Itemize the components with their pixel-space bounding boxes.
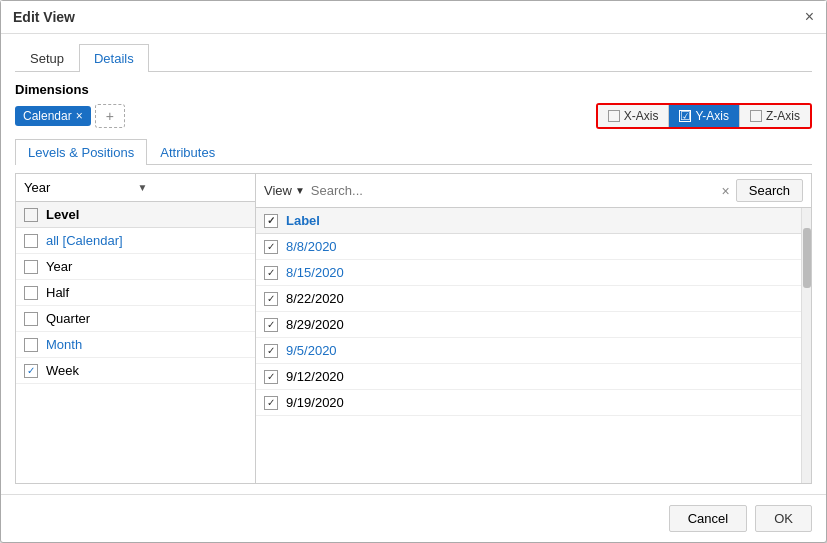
close-button[interactable]: × <box>805 9 814 25</box>
label-header-row: Label <box>256 208 801 234</box>
level-checkbox-5[interactable] <box>24 364 38 378</box>
sub-tab-attributes[interactable]: Attributes <box>147 139 228 165</box>
label-value-3: 8/29/2020 <box>286 317 344 332</box>
level-checkbox-0[interactable] <box>24 234 38 248</box>
label-value-1: 8/15/2020 <box>286 265 344 280</box>
label-checkbox-1[interactable] <box>264 266 278 280</box>
y-axis-button[interactable]: ☑ Y-Axis <box>669 105 740 127</box>
calendar-tag-label: Calendar <box>23 109 72 123</box>
level-row: Week <box>16 358 255 384</box>
dimensions-left: Calendar × + <box>15 104 125 128</box>
main-tabs: Setup Details <box>15 44 812 72</box>
y-axis-checkbox: ☑ <box>679 110 691 122</box>
level-header-checkbox[interactable] <box>24 208 38 222</box>
z-axis-label: Z-Axis <box>766 109 800 123</box>
clear-search-button[interactable]: × <box>722 183 730 199</box>
level-label-2: Half <box>46 285 69 300</box>
label-row: 8/15/2020 <box>256 260 801 286</box>
level-label-5: Week <box>46 363 79 378</box>
z-axis-button[interactable]: Z-Axis <box>740 105 810 127</box>
label-checkbox-2[interactable] <box>264 292 278 306</box>
search-bar: View ▼ × Search <box>256 174 811 208</box>
label-checkbox-6[interactable] <box>264 396 278 410</box>
label-value-5: 9/12/2020 <box>286 369 344 384</box>
tab-details[interactable]: Details <box>79 44 149 72</box>
level-row: Half <box>16 280 255 306</box>
ok-button[interactable]: OK <box>755 505 812 532</box>
edit-view-dialog: Edit View × Setup Details Dimensions Cal… <box>0 0 827 543</box>
label-value-6: 9/19/2020 <box>286 395 344 410</box>
level-label-4: Month <box>46 337 82 352</box>
level-checkbox-4[interactable] <box>24 338 38 352</box>
dialog-title: Edit View <box>13 9 75 25</box>
label-checkbox-4[interactable] <box>264 344 278 358</box>
level-label-1: Year <box>46 259 72 274</box>
cancel-button[interactable]: Cancel <box>669 505 747 532</box>
left-panel: Year ▼ Level all [Calendar] <box>16 174 256 483</box>
label-row: 9/5/2020 <box>256 338 801 364</box>
level-label-3: Quarter <box>46 311 90 326</box>
level-table: Level all [Calendar] Year Half <box>16 202 255 483</box>
label-checkbox-5[interactable] <box>264 370 278 384</box>
sub-tabs: Levels & Positions Attributes <box>15 139 812 165</box>
level-row: all [Calendar] <box>16 228 255 254</box>
label-header-checkbox[interactable] <box>264 214 278 228</box>
x-axis-button[interactable]: X-Axis <box>598 105 670 127</box>
label-row: 9/19/2020 <box>256 390 801 416</box>
year-dropdown-label: Year <box>24 180 134 195</box>
year-dropdown-chevron: ▼ <box>138 182 248 193</box>
scrollbar-track[interactable] <box>801 208 811 483</box>
label-value-2: 8/22/2020 <box>286 291 344 306</box>
level-label-0: all [Calendar] <box>46 233 123 248</box>
axis-group: X-Axis ☑ Y-Axis Z-Axis <box>596 103 812 129</box>
add-dimension-button[interactable]: + <box>95 104 125 128</box>
label-checkbox-3[interactable] <box>264 318 278 332</box>
search-button[interactable]: Search <box>736 179 803 202</box>
level-row: Year <box>16 254 255 280</box>
level-header-label: Level <box>46 207 79 222</box>
dialog-titlebar: Edit View × <box>1 1 826 34</box>
calendar-tag[interactable]: Calendar × <box>15 106 91 126</box>
view-chevron-icon: ▼ <box>295 185 305 196</box>
y-axis-label: Y-Axis <box>695 109 729 123</box>
label-checkbox-0[interactable] <box>264 240 278 254</box>
label-row: 9/12/2020 <box>256 364 801 390</box>
search-input[interactable] <box>311 183 716 198</box>
level-row: Month <box>16 332 255 358</box>
level-checkbox-3[interactable] <box>24 312 38 326</box>
label-value-0: 8/8/2020 <box>286 239 337 254</box>
level-checkbox-1[interactable] <box>24 260 38 274</box>
label-row: 8/8/2020 <box>256 234 801 260</box>
label-row: 8/22/2020 <box>256 286 801 312</box>
view-label: View <box>264 183 292 198</box>
year-dropdown[interactable]: Year ▼ <box>16 174 255 202</box>
tab-setup[interactable]: Setup <box>15 44 79 72</box>
label-panel: Label 8/8/2020 8/15/2020 <box>256 208 811 483</box>
view-button[interactable]: View ▼ <box>264 183 305 198</box>
dimensions-row: Calendar × + X-Axis ☑ Y-Axis Z-Axis <box>15 103 812 129</box>
label-table: Label 8/8/2020 8/15/2020 <box>256 208 801 483</box>
dimensions-label: Dimensions <box>15 82 812 97</box>
label-value-4: 9/5/2020 <box>286 343 337 358</box>
level-checkbox-2[interactable] <box>24 286 38 300</box>
label-row: 8/29/2020 <box>256 312 801 338</box>
label-header-label: Label <box>286 213 320 228</box>
right-panel: View ▼ × Search Label <box>256 174 811 483</box>
level-header-row: Level <box>16 202 255 228</box>
x-axis-checkbox <box>608 110 620 122</box>
z-axis-checkbox <box>750 110 762 122</box>
level-row: Quarter <box>16 306 255 332</box>
content-area: Year ▼ Level all [Calendar] <box>15 173 812 484</box>
x-axis-label: X-Axis <box>624 109 659 123</box>
calendar-tag-close[interactable]: × <box>76 109 83 123</box>
scrollbar-thumb[interactable] <box>803 228 811 288</box>
sub-tab-levels[interactable]: Levels & Positions <box>15 139 147 165</box>
dialog-body: Setup Details Dimensions Calendar × + X-… <box>1 34 826 494</box>
dialog-footer: Cancel OK <box>1 494 826 542</box>
